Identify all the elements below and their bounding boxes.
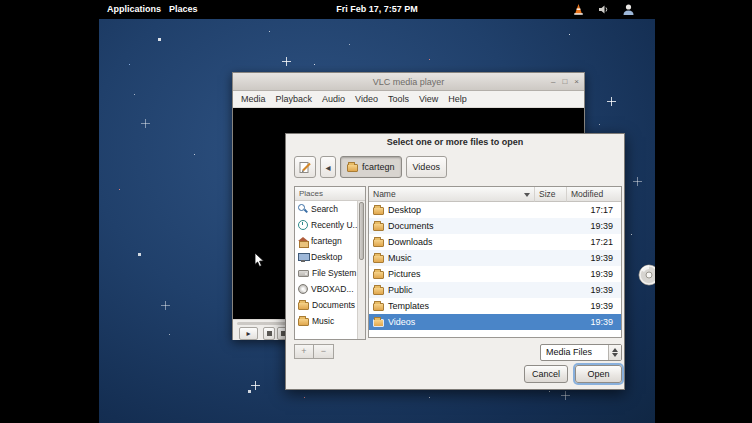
folder-icon — [373, 271, 384, 279]
places-edit-buttons: + − — [294, 344, 334, 359]
add-place-button[interactable]: + — [294, 344, 314, 359]
folder-icon — [298, 318, 309, 326]
volume-icon[interactable] — [598, 4, 609, 15]
folder-icon — [373, 255, 384, 263]
top-panel: Applications Places Fri Feb 17, 7:57 PM — [99, 0, 655, 19]
file-row-public[interactable]: Public 19:39 — [369, 282, 621, 298]
panel-clock[interactable]: Fri Feb 17, 7:57 PM — [336, 0, 418, 19]
places-scrollbar[interactable] — [357, 201, 365, 339]
star-sparkle-icon — [607, 97, 616, 106]
star-sparkle-icon — [161, 301, 170, 310]
filter-value: Media Files — [546, 347, 592, 357]
vlc-cone-icon[interactable] — [572, 3, 585, 16]
remove-place-button[interactable]: − — [314, 344, 334, 359]
menu-view[interactable]: View — [414, 91, 443, 107]
pencil-icon — [299, 161, 312, 174]
close-button[interactable]: × — [574, 73, 579, 91]
path-button-home[interactable]: fcartegn — [340, 156, 402, 178]
system-tray — [572, 3, 635, 16]
search-icon — [298, 204, 308, 214]
menu-playback[interactable]: Playback — [271, 91, 318, 107]
menu-tools[interactable]: Tools — [383, 91, 414, 107]
star-sparkle-icon — [251, 381, 260, 390]
folder-icon — [373, 303, 384, 311]
folder-icon — [373, 207, 384, 215]
spinner-arrows-icon[interactable] — [608, 345, 621, 360]
places-item-filesystem[interactable]: File System — [295, 265, 365, 281]
vlc-titlebar[interactable]: VLC media player – □ × — [233, 73, 584, 91]
open-button[interactable]: Open — [575, 365, 622, 383]
dialog-title: Select one or more files to open — [286, 134, 624, 151]
dialog-toolbar: ◂ fcartegn Videos — [294, 155, 447, 179]
menu-video[interactable]: Video — [350, 91, 383, 107]
window-controls: – □ × — [551, 73, 579, 91]
screen: Applications Places Fri Feb 17, 7:57 PM — [0, 0, 752, 423]
desktop-cd-icon[interactable] — [637, 263, 655, 287]
type-filename-button[interactable] — [294, 156, 316, 178]
file-type-filter[interactable]: Media Files — [540, 344, 622, 361]
places-item-vboxadditions[interactable]: VBOXAD... — [295, 281, 365, 297]
star-sparkle-icon — [282, 57, 291, 66]
maximize-button[interactable]: □ — [562, 73, 567, 91]
desktop: Applications Places Fri Feb 17, 7:57 PM — [99, 0, 655, 423]
menu-audio[interactable]: Audio — [317, 91, 350, 107]
file-row-desktop[interactable]: Desktop 17:17 — [369, 202, 621, 218]
folder-icon — [298, 302, 309, 310]
places-item-documents[interactable]: Documents — [295, 297, 365, 313]
star-dots — [99, 19, 100, 20]
file-row-music[interactable]: Music 19:39 — [369, 250, 621, 266]
column-header-modified[interactable]: Modified — [567, 187, 621, 202]
file-row-downloads[interactable]: Downloads 17:21 — [369, 234, 621, 250]
home-icon — [298, 237, 308, 246]
sort-arrow-icon — [524, 193, 530, 197]
applications-menu[interactable]: Applications — [107, 0, 161, 19]
places-item-recent[interactable]: Recently U... — [295, 217, 365, 233]
vlc-menubar: Media Playback Audio Video Tools View He… — [233, 91, 584, 108]
places-pane: Places Search Recently U... fcartegn Des… — [294, 186, 366, 340]
drive-icon — [298, 270, 309, 277]
user-icon[interactable] — [622, 3, 635, 16]
places-item-music[interactable]: Music — [295, 313, 365, 329]
places-header[interactable]: Places — [295, 187, 365, 201]
column-header-name[interactable]: Name — [369, 187, 535, 202]
mouse-cursor — [254, 252, 265, 272]
star-sparkle-icon — [561, 391, 570, 400]
disc-icon — [298, 284, 308, 294]
path-label: Videos — [413, 162, 440, 172]
vlc-mini-button[interactable] — [263, 327, 275, 340]
file-open-dialog: Select one or more files to open ◂ fcart… — [285, 133, 625, 390]
column-header-size[interactable]: Size — [535, 187, 567, 202]
places-item-desktop[interactable]: Desktop — [295, 249, 365, 265]
folder-icon — [373, 239, 384, 247]
places-item-home[interactable]: fcartegn — [295, 233, 365, 249]
desktop-icon — [298, 253, 308, 262]
folder-icon — [373, 223, 384, 231]
file-list-pane: Name Size Modified Desktop 17:17 Documen… — [368, 186, 622, 338]
path-label: fcartegn — [362, 162, 395, 172]
vlc-window-title: VLC media player — [373, 77, 445, 87]
menu-help[interactable]: Help — [443, 91, 472, 107]
star-sparkle-icon — [633, 177, 642, 186]
minimize-button[interactable]: – — [551, 73, 555, 91]
recent-clock-icon — [298, 220, 308, 230]
folder-icon — [373, 319, 384, 327]
places-menu[interactable]: Places — [169, 0, 198, 19]
back-arrow-icon: ◂ — [325, 162, 330, 173]
file-row-videos[interactable]: Videos 19:39 — [369, 314, 621, 330]
file-row-pictures[interactable]: Pictures 19:39 — [369, 266, 621, 282]
file-row-documents[interactable]: Documents 19:39 — [369, 218, 621, 234]
back-button[interactable]: ◂ — [320, 156, 336, 178]
cancel-button[interactable]: Cancel — [524, 365, 568, 383]
file-row-templates[interactable]: Templates 19:39 — [369, 298, 621, 314]
menu-media[interactable]: Media — [236, 91, 271, 107]
folder-icon — [373, 287, 384, 295]
places-item-search[interactable]: Search — [295, 201, 365, 217]
star-sparkle-icon — [141, 119, 150, 128]
path-button-videos[interactable]: Videos — [406, 156, 447, 178]
file-list-header: Name Size Modified — [369, 187, 621, 202]
scrollbar-thumb[interactable] — [359, 202, 364, 260]
play-button[interactable]: ▸ — [239, 327, 258, 340]
folder-icon — [347, 164, 358, 172]
